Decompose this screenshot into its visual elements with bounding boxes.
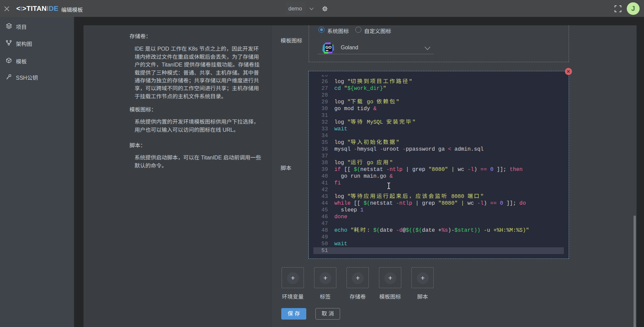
svg-text:GO: GO — [326, 45, 332, 49]
